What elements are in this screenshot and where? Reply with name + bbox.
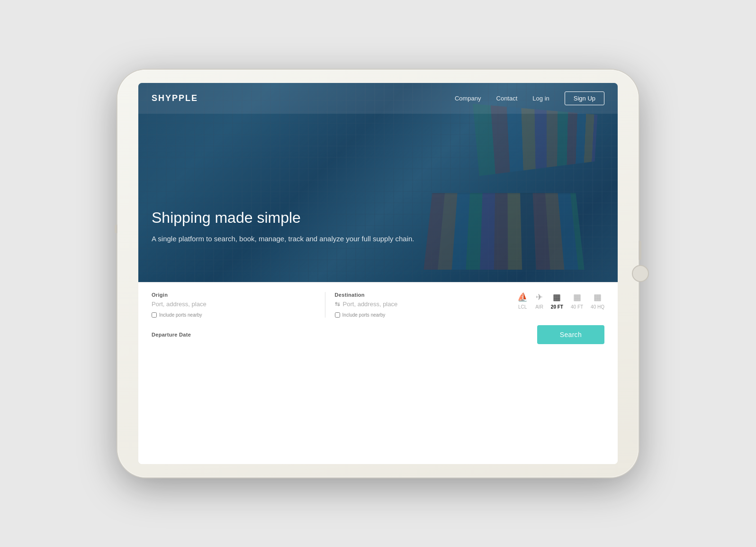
destination-field-group: Destination ⇆ Port, address, place Inclu… bbox=[335, 292, 508, 318]
power-button[interactable] bbox=[639, 241, 641, 260]
lcl-label: LCL bbox=[518, 304, 527, 310]
shipping-types: ⛵ LCL ✈ AIR ▦ 20 FT ▦ 40 FT bbox=[508, 292, 604, 310]
signup-button[interactable]: Sign Up bbox=[565, 91, 604, 105]
brand-logo: SHYPPLE bbox=[152, 93, 198, 103]
air-label: AIR bbox=[535, 304, 543, 310]
destination-nearby-label: Include ports nearby bbox=[342, 312, 386, 318]
origin-input-display[interactable]: Port, address, place bbox=[152, 300, 315, 309]
departure-label: Departure Date bbox=[152, 332, 191, 337]
navbar: SHYPPLE Company Contact Log in Sign Up bbox=[138, 83, 618, 114]
origin-nearby-checkbox[interactable] bbox=[152, 312, 157, 318]
nav-login[interactable]: Log in bbox=[532, 95, 549, 102]
ft20-label: 20 FT bbox=[551, 304, 563, 310]
search-row-action: Departure Date Search bbox=[152, 325, 604, 344]
hero-content: Shipping made simple A single platform t… bbox=[152, 209, 414, 244]
hero-title: Shipping made simple bbox=[152, 209, 414, 227]
ship-type-air[interactable]: ✈ AIR bbox=[535, 292, 543, 310]
swap-icon[interactable]: ⇆ bbox=[335, 301, 340, 308]
ship-type-20ft[interactable]: ▦ 20 FT bbox=[551, 292, 563, 310]
search-panel: Origin Port, address, place Include port… bbox=[138, 282, 618, 464]
destination-nearby-checkbox[interactable] bbox=[335, 312, 340, 318]
destination-nearby-row: Include ports nearby bbox=[335, 312, 499, 318]
origin-label: Origin bbox=[152, 292, 315, 298]
search-row-fields: Origin Port, address, place Include port… bbox=[152, 292, 604, 318]
screen: SHYPPLE Company Contact Log in Sign Up S… bbox=[138, 83, 618, 464]
ft20-icon: ▦ bbox=[553, 292, 561, 302]
lcl-icon: ⛵ bbox=[517, 292, 528, 302]
search-button[interactable]: Search bbox=[537, 325, 604, 344]
destination-label: Destination bbox=[335, 292, 499, 298]
destination-input-display[interactable]: Port, address, place bbox=[343, 300, 398, 309]
ft40hq-label: 40 HQ bbox=[591, 304, 604, 310]
nav-company[interactable]: Company bbox=[455, 95, 481, 102]
air-icon: ✈ bbox=[536, 292, 543, 302]
tablet-shell: SHYPPLE Company Contact Log in Sign Up S… bbox=[117, 70, 639, 477]
ship-type-40hq[interactable]: ▦ 40 HQ bbox=[591, 292, 604, 310]
hero-section: SHYPPLE Company Contact Log in Sign Up S… bbox=[138, 83, 618, 282]
home-button[interactable] bbox=[632, 265, 649, 282]
nav-contact[interactable]: Contact bbox=[496, 95, 518, 102]
ft40-label: 40 FT bbox=[571, 304, 583, 310]
ship-type-40ft[interactable]: ▦ 40 FT bbox=[571, 292, 583, 310]
ship-type-lcl[interactable]: ⛵ LCL bbox=[517, 292, 528, 310]
origin-field-group: Origin Port, address, place Include port… bbox=[152, 292, 325, 318]
ft40-icon: ▦ bbox=[573, 292, 581, 302]
origin-nearby-row: Include ports nearby bbox=[152, 312, 315, 318]
fields-divider bbox=[325, 292, 325, 318]
destination-input-row: ⇆ Port, address, place bbox=[335, 300, 499, 309]
nav-links: Company Contact Log in Sign Up bbox=[455, 91, 604, 105]
ft40hq-icon: ▦ bbox=[594, 292, 602, 302]
hero-subtitle: A single platform to search, book, manag… bbox=[152, 234, 414, 245]
origin-nearby-label: Include ports nearby bbox=[159, 312, 202, 318]
